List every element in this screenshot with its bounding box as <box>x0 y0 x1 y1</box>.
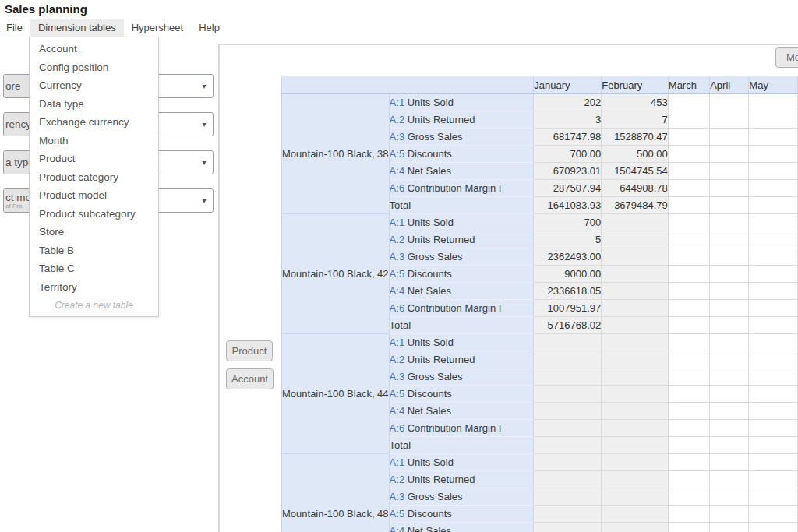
cell-value[interactable] <box>602 437 669 454</box>
cell-value[interactable] <box>749 368 798 386</box>
cell-value[interactable]: 700 <box>534 214 602 231</box>
cell-value[interactable] <box>710 317 749 334</box>
menu-item-data-type[interactable]: Data type <box>30 95 158 114</box>
cell-value[interactable] <box>749 454 798 471</box>
cell-value[interactable]: 7 <box>602 111 669 129</box>
menubar-item-dimension-tables[interactable]: Dimension tables <box>30 19 124 37</box>
cell-value[interactable] <box>668 180 709 197</box>
cell-value[interactable] <box>710 403 749 420</box>
cell-value[interactable] <box>534 523 602 532</box>
cell-value[interactable] <box>602 471 669 488</box>
account-dimension-button[interactable]: Account <box>226 368 274 389</box>
cell-value[interactable] <box>749 334 798 351</box>
cell-value[interactable] <box>668 351 709 368</box>
cell-value[interactable] <box>710 300 749 317</box>
cell-value[interactable]: 2336618.05 <box>534 283 602 300</box>
cell-value[interactable] <box>749 180 798 197</box>
product-dimension-button[interactable]: Product <box>226 340 273 361</box>
cell-value[interactable] <box>534 368 602 386</box>
cell-value[interactable] <box>534 471 602 488</box>
cell-value[interactable] <box>749 403 798 420</box>
cell-value[interactable] <box>668 231 709 248</box>
cell-value[interactable] <box>668 146 709 163</box>
cell-value[interactable] <box>602 266 669 283</box>
cell-value[interactable]: 2362493.00 <box>534 248 602 266</box>
cell-value[interactable] <box>710 368 749 386</box>
cell-value[interactable] <box>710 231 749 248</box>
cell-value[interactable] <box>749 94 798 111</box>
cell-value[interactable] <box>749 523 798 532</box>
cell-value[interactable] <box>668 214 709 231</box>
cell-value[interactable]: 644908.78 <box>602 180 669 197</box>
cell-value[interactable] <box>749 163 798 180</box>
cell-value[interactable] <box>749 129 798 146</box>
cell-value[interactable] <box>668 163 709 180</box>
cell-value[interactable]: 9000.00 <box>534 266 602 283</box>
cell-value[interactable]: 1504745.54 <box>602 163 669 180</box>
cell-value[interactable] <box>749 248 798 266</box>
cell-value[interactable] <box>749 300 798 317</box>
cell-value[interactable] <box>534 506 602 523</box>
menu-item-table-b[interactable]: Table B <box>30 241 158 260</box>
cell-value[interactable] <box>668 420 709 437</box>
cell-value[interactable] <box>710 351 749 368</box>
menu-item-product-subcategory[interactable]: Product subcategory <box>30 205 158 224</box>
cell-value[interactable] <box>602 488 669 506</box>
cell-value[interactable] <box>710 420 749 437</box>
cell-value[interactable] <box>534 351 602 368</box>
cell-value[interactable]: 681747.98 <box>534 129 602 146</box>
cell-value[interactable] <box>668 197 709 214</box>
menu-item-create-new-table[interactable]: Create a new table <box>30 298 158 313</box>
cell-value[interactable] <box>668 317 709 334</box>
cell-value[interactable] <box>534 488 602 506</box>
cell-value[interactable] <box>710 146 749 163</box>
cell-value[interactable]: 670923.01 <box>534 163 602 180</box>
cell-value[interactable] <box>602 506 669 523</box>
cell-value[interactable] <box>534 403 602 420</box>
menu-item-account[interactable]: Account <box>30 40 158 58</box>
cell-value[interactable] <box>602 403 669 420</box>
cell-value[interactable] <box>668 437 709 454</box>
cell-value[interactable] <box>749 231 798 248</box>
menubar-item-hypersheet[interactable]: Hypersheet <box>124 19 191 37</box>
cell-value[interactable] <box>749 351 798 368</box>
cell-value[interactable] <box>602 317 669 334</box>
menubar-item-help[interactable]: Help <box>191 19 228 37</box>
cell-value[interactable] <box>710 488 749 506</box>
cell-value[interactable] <box>749 197 798 214</box>
cell-value[interactable] <box>710 266 749 283</box>
cell-value[interactable] <box>668 129 709 146</box>
cell-value[interactable] <box>602 300 669 317</box>
cell-value[interactable] <box>710 283 749 300</box>
cell-value[interactable]: 500.00 <box>602 146 669 163</box>
cell-value[interactable] <box>668 248 709 266</box>
cell-value[interactable] <box>749 506 798 523</box>
cell-value[interactable]: 5716768.02 <box>534 317 602 334</box>
cell-value[interactable] <box>668 94 709 111</box>
cell-value[interactable] <box>710 334 749 351</box>
cell-value[interactable] <box>602 248 669 266</box>
cell-value[interactable] <box>602 454 669 471</box>
cell-value[interactable] <box>534 437 602 454</box>
cell-value[interactable]: 3679484.79 <box>602 197 669 214</box>
menu-item-store[interactable]: Store <box>30 223 158 241</box>
cell-value[interactable] <box>710 506 749 523</box>
cell-value[interactable] <box>710 386 749 403</box>
cell-value[interactable]: 5 <box>534 231 602 248</box>
cell-value[interactable] <box>749 420 798 437</box>
cell-value[interactable] <box>749 111 798 129</box>
cell-value[interactable]: 1641083.93 <box>534 197 602 214</box>
cell-value[interactable] <box>668 523 709 532</box>
cell-value[interactable] <box>710 214 749 231</box>
cell-value[interactable] <box>602 368 669 386</box>
cell-value[interactable]: 3 <box>534 111 602 129</box>
cell-value[interactable] <box>602 351 669 368</box>
cell-value[interactable] <box>710 129 749 146</box>
cell-value[interactable] <box>534 386 602 403</box>
cell-value[interactable] <box>710 94 749 111</box>
cell-value[interactable] <box>668 334 709 351</box>
cell-value[interactable] <box>602 283 669 300</box>
cell-value[interactable] <box>749 317 798 334</box>
cell-value[interactable] <box>668 283 709 300</box>
cell-value[interactable] <box>710 523 749 532</box>
